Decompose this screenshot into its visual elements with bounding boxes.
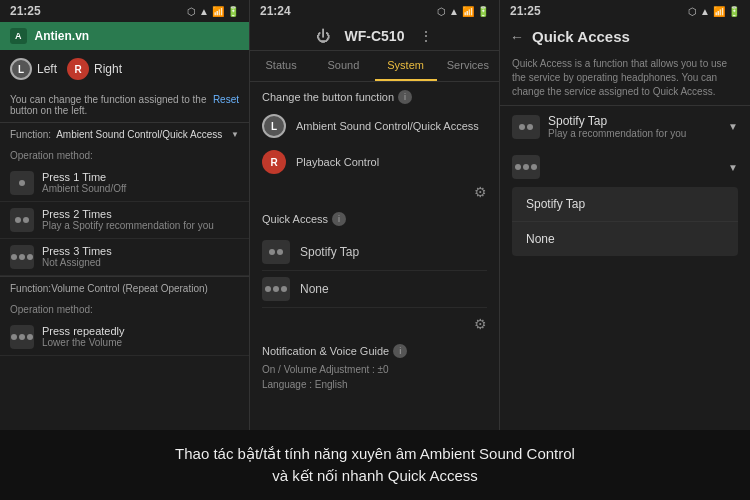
press-3-item: Press 3 Times Not Assigned <box>0 239 249 276</box>
spotify-block: Spotify Tap Play a recommendation for yo… <box>548 114 720 139</box>
repeat-text: Press repeatedly Lower the Volume <box>42 325 239 348</box>
logo-text: Antien.vn <box>35 29 90 43</box>
gear-row: ⚙ <box>250 180 499 204</box>
gear-row-2: ⚙ <box>250 312 499 336</box>
function-value: Ambient Sound Control/Quick Access <box>56 129 226 140</box>
wifi-icon-3: ▲ <box>700 6 710 17</box>
press-1-item: Press 1 Time Ambient Sound/Off <box>0 165 249 202</box>
device-name: WF-C510 <box>345 28 405 44</box>
qa-icon-1 <box>262 240 290 264</box>
time-2: 21:24 <box>260 4 291 18</box>
status-icons-2: ⬡ ▲ 📶 🔋 <box>437 6 489 17</box>
info-badge-2[interactable]: i <box>332 212 346 226</box>
press-1-sub: Ambient Sound/Off <box>42 183 239 194</box>
tab-status[interactable]: Status <box>250 51 312 81</box>
gear-icon-2[interactable]: ⚙ <box>474 316 487 332</box>
second-qa-icon <box>512 155 540 179</box>
panel-right: 21:25 ⬡ ▲ 📶 🔋 ← Quick Access Quick Acces… <box>500 0 750 430</box>
power-icon[interactable]: ⏻ <box>316 28 330 44</box>
right-btn-circle: R <box>262 150 286 174</box>
press-2-title: Press 2 Times <box>42 208 239 220</box>
tab-services[interactable]: Services <box>437 51 499 81</box>
press-3-text: Press 3 Times Not Assigned <box>42 245 239 268</box>
signal-icon: 📶 <box>212 6 224 17</box>
status-icons-3: ⬡ ▲ 📶 🔋 <box>688 6 740 17</box>
spotify-item: Spotify Tap Play a recommendation for yo… <box>500 106 750 147</box>
second-qa-item: ▼ <box>500 147 750 187</box>
status-bar-3: 21:25 ⬡ ▲ 📶 🔋 <box>500 0 750 22</box>
function-row: Function: Ambient Sound Control/Quick Ac… <box>0 123 249 146</box>
left-label: Left <box>37 62 57 76</box>
right-circle: R <box>67 58 89 80</box>
time-1: 21:25 <box>10 4 41 18</box>
more-icon[interactable]: ⋮ <box>419 28 433 44</box>
dropdown-chevron-1[interactable]: ▼ <box>728 121 738 132</box>
spotify-sub: Play a recommendation for you <box>548 128 720 139</box>
wifi-icon-2: ▲ <box>449 6 459 17</box>
repeat-sub: Lower the Volume <box>42 337 239 348</box>
reset-button[interactable]: Reset <box>213 94 239 116</box>
repeat-item: Press repeatedly Lower the Volume <box>0 319 249 356</box>
time-3: 21:25 <box>510 4 541 18</box>
nav-tabs: Status Sound System Services <box>250 51 499 82</box>
status-bar-2: 21:24 ⬡ ▲ 📶 🔋 <box>250 0 499 22</box>
qa-item-2: None <box>262 271 487 308</box>
press-2-item: Press 2 Times Play a Spotify recommendat… <box>0 202 249 239</box>
panel-left: 21:25 ⬡ ▲ 📶 🔋 A Antien.vn L Left R Right <box>0 0 250 430</box>
qa-icon-2 <box>262 277 290 301</box>
notif-detail-1: On / Volume Adjustment : ±0 <box>250 362 499 377</box>
bluetooth-icon-3: ⬡ <box>688 6 697 17</box>
logo-bar: A Antien.vn <box>0 22 249 50</box>
signal-icon-3: 📶 <box>713 6 725 17</box>
battery-icon-3: 🔋 <box>728 6 740 17</box>
battery-icon-2: 🔋 <box>477 6 489 17</box>
dropdown-option-none[interactable]: None <box>512 222 738 256</box>
repeat-title: Press repeatedly <box>42 325 239 337</box>
right-label: Right <box>94 62 122 76</box>
left-btn-text: Ambient Sound Control/Quick Access <box>296 120 479 132</box>
info-badge-3[interactable]: i <box>393 344 407 358</box>
p3-description: Quick Access is a function that allows y… <box>500 51 750 106</box>
quick-access-items: Spotify Tap None <box>250 230 499 312</box>
right-btn-text: Playback Control <box>296 156 379 168</box>
p2-header: ⏻ WF-C510 ⋮ <box>250 22 499 51</box>
repeat-icon <box>10 325 34 349</box>
bluetooth-icon-2: ⬡ <box>437 6 446 17</box>
tab-sound[interactable]: Sound <box>312 51 374 81</box>
qa-text-1: Spotify Tap <box>300 245 359 259</box>
gear-icon[interactable]: ⚙ <box>474 184 487 200</box>
press-2-sub: Play a Spotify recommendation for you <box>42 220 239 231</box>
op-label: Operation method: <box>0 146 249 165</box>
press-3-icon <box>10 245 34 269</box>
info-section: You can change the function assigned to … <box>0 88 249 123</box>
tab-row: L Left R Right <box>0 50 249 88</box>
right-btn-fn: R Playback Control <box>250 144 499 180</box>
dropdown-chevron-2[interactable]: ▼ <box>728 162 738 173</box>
notif-detail-2: Language : English <box>250 377 499 392</box>
notif-title: Notification & Voice Guide i <box>250 336 499 362</box>
caption-bar: Thao tác bật/tắt tính năng xuyên âm Ambi… <box>0 430 750 500</box>
caption-line1: Thao tác bật/tắt tính năng xuyên âm Ambi… <box>175 445 575 462</box>
dropdown-arrow-icon[interactable]: ▼ <box>231 130 239 139</box>
tab-right[interactable]: R Right <box>67 58 122 80</box>
qa-text-2: None <box>300 282 329 296</box>
logo-icon: A <box>10 28 27 44</box>
info-badge-1[interactable]: i <box>398 90 412 104</box>
press-3-sub: Not Assigned <box>42 257 239 268</box>
press-2-icon <box>10 208 34 232</box>
change-btn-fn-title: Change the button function i <box>250 82 499 108</box>
wifi-icon: ▲ <box>199 6 209 17</box>
info-text: You can change the function assigned to … <box>10 94 213 116</box>
dropdown-menu: Spotify Tap None <box>512 187 738 256</box>
press-2-text: Press 2 Times Play a Spotify recommendat… <box>42 208 239 231</box>
fn-label: Function:Volume Control (Repeat Operatio… <box>0 276 249 300</box>
dropdown-option-spotify[interactable]: Spotify Tap <box>512 187 738 222</box>
left-btn-circle: L <box>262 114 286 138</box>
status-icons-1: ⬡ ▲ 📶 🔋 <box>187 6 239 17</box>
back-button[interactable]: ← <box>510 29 524 45</box>
function-label: Function: <box>10 129 51 140</box>
tab-left[interactable]: L Left <box>10 58 57 80</box>
tab-system[interactable]: System <box>375 51 437 81</box>
battery-icon: 🔋 <box>227 6 239 17</box>
caption-text: Thao tác bật/tắt tính năng xuyên âm Ambi… <box>175 443 575 488</box>
